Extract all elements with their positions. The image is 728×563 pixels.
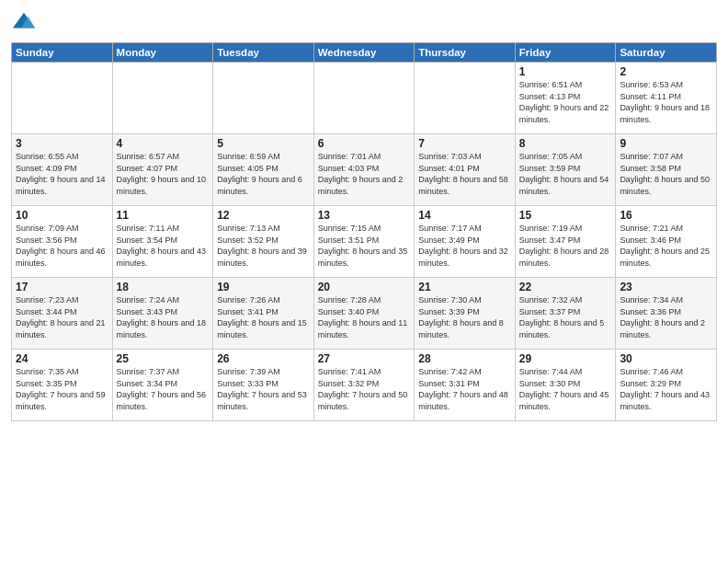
day-number: 25 xyxy=(117,352,210,365)
calendar-header-tuesday: Tuesday xyxy=(213,43,314,63)
calendar-cell: 26Sunrise: 7:39 AM Sunset: 3:33 PM Dayli… xyxy=(213,350,314,421)
day-number: 5 xyxy=(217,137,310,150)
day-number: 30 xyxy=(620,352,712,365)
day-info: Sunrise: 7:42 AM Sunset: 3:31 PM Dayligh… xyxy=(418,366,511,412)
day-info: Sunrise: 7:26 AM Sunset: 3:41 PM Dayligh… xyxy=(217,294,310,340)
calendar-cell xyxy=(313,63,415,134)
day-number: 20 xyxy=(318,281,411,293)
day-number: 12 xyxy=(217,209,310,222)
calendar-cell: 8Sunrise: 7:05 AM Sunset: 3:59 PM Daylig… xyxy=(515,134,616,206)
day-info: Sunrise: 7:21 AM Sunset: 3:46 PM Dayligh… xyxy=(620,223,712,269)
day-number: 27 xyxy=(318,352,411,365)
day-number: 21 xyxy=(418,281,511,293)
calendar-cell: 9Sunrise: 7:07 AM Sunset: 3:58 PM Daylig… xyxy=(616,134,717,206)
day-number: 9 xyxy=(620,137,712,150)
day-info: Sunrise: 7:46 AM Sunset: 3:29 PM Dayligh… xyxy=(620,366,712,412)
calendar-cell: 28Sunrise: 7:42 AM Sunset: 3:31 PM Dayli… xyxy=(415,350,516,421)
logo-icon xyxy=(11,9,37,35)
day-number: 15 xyxy=(519,209,612,222)
calendar-cell: 25Sunrise: 7:37 AM Sunset: 3:34 PM Dayli… xyxy=(112,350,213,421)
calendar-cell: 11Sunrise: 7:11 AM Sunset: 3:54 PM Dayli… xyxy=(112,206,213,278)
day-info: Sunrise: 6:55 AM Sunset: 4:09 PM Dayligh… xyxy=(16,151,108,197)
calendar-header-row: SundayMondayTuesdayWednesdayThursdayFrid… xyxy=(12,43,717,63)
header xyxy=(11,9,717,35)
day-info: Sunrise: 7:37 AM Sunset: 3:34 PM Dayligh… xyxy=(117,366,210,412)
day-number: 13 xyxy=(318,209,411,222)
calendar-cell: 23Sunrise: 7:34 AM Sunset: 3:36 PM Dayli… xyxy=(616,278,717,350)
calendar-cell: 16Sunrise: 7:21 AM Sunset: 3:46 PM Dayli… xyxy=(616,206,717,278)
day-number: 18 xyxy=(117,281,210,293)
day-number: 24 xyxy=(16,352,108,365)
calendar-cell xyxy=(415,63,516,134)
day-number: 23 xyxy=(620,281,712,293)
calendar-cell xyxy=(12,63,113,134)
calendar-week-2: 3Sunrise: 6:55 AM Sunset: 4:09 PM Daylig… xyxy=(12,134,717,206)
day-info: Sunrise: 7:05 AM Sunset: 3:59 PM Dayligh… xyxy=(519,151,612,197)
calendar-cell: 6Sunrise: 7:01 AM Sunset: 4:03 PM Daylig… xyxy=(313,134,415,206)
calendar-week-5: 24Sunrise: 7:35 AM Sunset: 3:35 PM Dayli… xyxy=(12,350,717,421)
day-number: 17 xyxy=(16,281,108,293)
day-number: 28 xyxy=(418,352,511,365)
calendar-week-3: 10Sunrise: 7:09 AM Sunset: 3:56 PM Dayli… xyxy=(12,206,717,278)
calendar-cell: 14Sunrise: 7:17 AM Sunset: 3:49 PM Dayli… xyxy=(415,206,516,278)
day-info: Sunrise: 7:23 AM Sunset: 3:44 PM Dayligh… xyxy=(16,294,108,340)
calendar-cell: 5Sunrise: 6:59 AM Sunset: 4:05 PM Daylig… xyxy=(213,134,314,206)
day-number: 2 xyxy=(620,65,712,78)
day-number: 16 xyxy=(620,209,712,222)
calendar-header-wednesday: Wednesday xyxy=(313,43,415,63)
day-info: Sunrise: 7:11 AM Sunset: 3:54 PM Dayligh… xyxy=(117,223,210,269)
day-info: Sunrise: 7:32 AM Sunset: 3:37 PM Dayligh… xyxy=(519,294,612,340)
day-info: Sunrise: 7:09 AM Sunset: 3:56 PM Dayligh… xyxy=(16,223,108,269)
calendar-cell: 18Sunrise: 7:24 AM Sunset: 3:43 PM Dayli… xyxy=(112,278,213,350)
calendar-cell: 1Sunrise: 6:51 AM Sunset: 4:13 PM Daylig… xyxy=(515,63,616,134)
calendar-cell: 30Sunrise: 7:46 AM Sunset: 3:29 PM Dayli… xyxy=(616,350,717,421)
day-number: 8 xyxy=(519,137,612,150)
calendar-header-monday: Monday xyxy=(112,43,213,63)
day-info: Sunrise: 6:51 AM Sunset: 4:13 PM Dayligh… xyxy=(519,79,612,125)
calendar-cell: 27Sunrise: 7:41 AM Sunset: 3:32 PM Dayli… xyxy=(313,350,415,421)
calendar-week-4: 17Sunrise: 7:23 AM Sunset: 3:44 PM Dayli… xyxy=(12,278,717,350)
day-number: 7 xyxy=(418,137,511,150)
calendar-header-friday: Friday xyxy=(515,43,616,63)
day-number: 3 xyxy=(16,137,108,150)
calendar-header-sunday: Sunday xyxy=(12,43,113,63)
day-number: 22 xyxy=(519,281,612,293)
day-number: 1 xyxy=(519,65,612,78)
day-info: Sunrise: 7:01 AM Sunset: 4:03 PM Dayligh… xyxy=(318,151,411,197)
calendar-cell: 12Sunrise: 7:13 AM Sunset: 3:52 PM Dayli… xyxy=(213,206,314,278)
calendar-header-thursday: Thursday xyxy=(415,43,516,63)
calendar-cell xyxy=(112,63,213,134)
day-info: Sunrise: 7:39 AM Sunset: 3:33 PM Dayligh… xyxy=(217,366,310,412)
calendar-week-1: 1Sunrise: 6:51 AM Sunset: 4:13 PM Daylig… xyxy=(12,63,717,134)
day-number: 29 xyxy=(519,352,612,365)
day-info: Sunrise: 7:30 AM Sunset: 3:39 PM Dayligh… xyxy=(418,294,511,340)
day-info: Sunrise: 7:44 AM Sunset: 3:30 PM Dayligh… xyxy=(519,366,612,412)
day-info: Sunrise: 7:34 AM Sunset: 3:36 PM Dayligh… xyxy=(620,294,712,340)
calendar-cell: 21Sunrise: 7:30 AM Sunset: 3:39 PM Dayli… xyxy=(415,278,516,350)
calendar-cell: 4Sunrise: 6:57 AM Sunset: 4:07 PM Daylig… xyxy=(112,134,213,206)
day-number: 6 xyxy=(318,137,411,150)
day-info: Sunrise: 7:13 AM Sunset: 3:52 PM Dayligh… xyxy=(217,223,310,269)
day-number: 19 xyxy=(217,281,310,293)
day-info: Sunrise: 6:59 AM Sunset: 4:05 PM Dayligh… xyxy=(217,151,310,197)
day-info: Sunrise: 7:15 AM Sunset: 3:51 PM Dayligh… xyxy=(318,223,411,269)
day-info: Sunrise: 6:57 AM Sunset: 4:07 PM Dayligh… xyxy=(117,151,210,197)
day-info: Sunrise: 7:03 AM Sunset: 4:01 PM Dayligh… xyxy=(418,151,511,197)
calendar-header-saturday: Saturday xyxy=(616,43,717,63)
calendar-cell: 2Sunrise: 6:53 AM Sunset: 4:11 PM Daylig… xyxy=(616,63,717,134)
day-number: 14 xyxy=(418,209,511,222)
page: SundayMondayTuesdayWednesdayThursdayFrid… xyxy=(0,0,728,563)
day-info: Sunrise: 7:41 AM Sunset: 3:32 PM Dayligh… xyxy=(318,366,411,412)
day-info: Sunrise: 7:24 AM Sunset: 3:43 PM Dayligh… xyxy=(117,294,210,340)
day-info: Sunrise: 7:19 AM Sunset: 3:47 PM Dayligh… xyxy=(519,223,612,269)
calendar-table: SundayMondayTuesdayWednesdayThursdayFrid… xyxy=(11,42,717,421)
logo xyxy=(11,9,40,35)
calendar-cell: 22Sunrise: 7:32 AM Sunset: 3:37 PM Dayli… xyxy=(515,278,616,350)
calendar-cell: 10Sunrise: 7:09 AM Sunset: 3:56 PM Dayli… xyxy=(12,206,113,278)
calendar-cell: 15Sunrise: 7:19 AM Sunset: 3:47 PM Dayli… xyxy=(515,206,616,278)
calendar-cell: 3Sunrise: 6:55 AM Sunset: 4:09 PM Daylig… xyxy=(12,134,113,206)
day-info: Sunrise: 6:53 AM Sunset: 4:11 PM Dayligh… xyxy=(620,79,712,125)
calendar-cell: 19Sunrise: 7:26 AM Sunset: 3:41 PM Dayli… xyxy=(213,278,314,350)
day-number: 26 xyxy=(217,352,310,365)
calendar-cell: 13Sunrise: 7:15 AM Sunset: 3:51 PM Dayli… xyxy=(313,206,415,278)
